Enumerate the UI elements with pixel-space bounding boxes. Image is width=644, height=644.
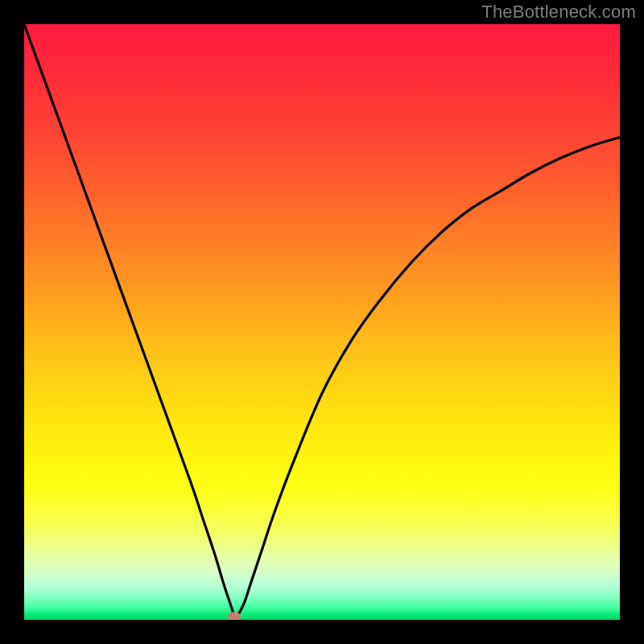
chart-frame: TheBottleneck.com: [0, 0, 644, 644]
plot-area: [24, 24, 620, 620]
optimal-point-marker: [228, 612, 241, 620]
watermark-text: TheBottleneck.com: [481, 2, 636, 23]
curve-svg: [24, 24, 620, 620]
bottleneck-curve: [24, 24, 620, 617]
